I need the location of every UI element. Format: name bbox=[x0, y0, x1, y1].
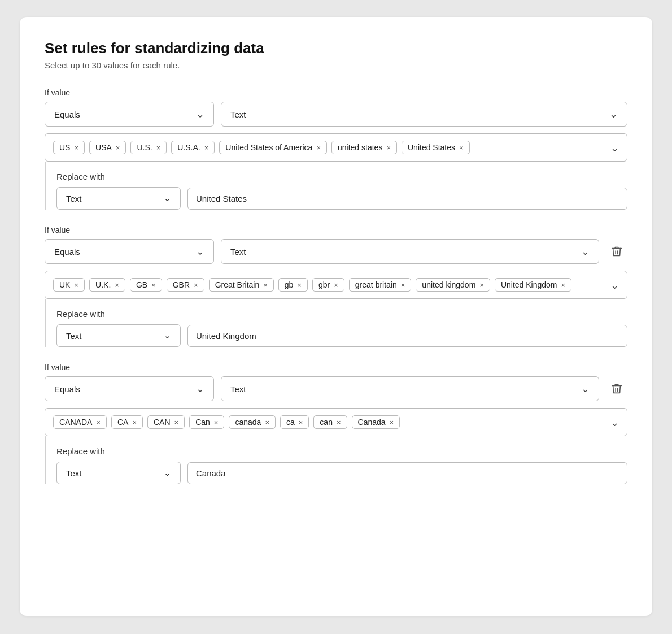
chevron-icon: ⌄ bbox=[164, 331, 171, 341]
chevron-icon: ⌄ bbox=[164, 468, 171, 478]
remove-tag-united-kingdom[interactable]: × bbox=[561, 281, 566, 289]
if-value-label-1: If value bbox=[45, 88, 627, 97]
tags-chevron-3[interactable]: ⌄ bbox=[610, 416, 619, 429]
remove-tag-gb-lower[interactable]: × bbox=[297, 281, 302, 289]
chevron-icon: ⌄ bbox=[196, 245, 204, 258]
remove-tag-uk[interactable]: × bbox=[74, 281, 78, 289]
rule-block-3: If value Equals ⌄ Text ⌄ bbox=[45, 363, 627, 484]
tag-uk-dot: U.K.× bbox=[89, 278, 125, 292]
replace-row-2: Text ⌄ bbox=[56, 324, 627, 347]
remove-tag-united-states-of-america[interactable]: × bbox=[316, 144, 321, 152]
condition-row-3: Equals ⌄ Text ⌄ bbox=[45, 376, 627, 401]
replace-with-label-3: Replace with bbox=[56, 446, 627, 456]
condition-select-2[interactable]: Equals ⌄ bbox=[45, 239, 214, 264]
chevron-icon: ⌄ bbox=[609, 108, 618, 120]
replace-section-3: Replace with Text ⌄ bbox=[45, 436, 627, 484]
replace-bar-3 bbox=[45, 436, 46, 484]
remove-tag-uk-dot[interactable]: × bbox=[115, 281, 119, 289]
tag-usa-dot: U.S.A.× bbox=[171, 141, 215, 154]
replace-with-label-1: Replace with bbox=[56, 172, 627, 181]
tag-us: US× bbox=[53, 141, 85, 154]
type-select-1[interactable]: Text ⌄ bbox=[221, 102, 627, 127]
tag-united-states: United States× bbox=[402, 141, 470, 154]
tag-great-britain-lower: great britain× bbox=[349, 278, 412, 292]
tag-gb-lower: gb× bbox=[278, 278, 308, 292]
replace-value-input-3[interactable] bbox=[187, 462, 627, 484]
chevron-icon: ⌄ bbox=[581, 383, 590, 395]
tag-united-states-of-america: United States of America× bbox=[219, 141, 327, 154]
if-value-label-2: If value bbox=[45, 225, 627, 235]
replace-content-3: Replace with Text ⌄ bbox=[56, 436, 627, 484]
tag-can-lower: can× bbox=[313, 415, 347, 429]
tag-great-britain: Great Britain× bbox=[209, 278, 274, 292]
remove-tag-gbr[interactable]: × bbox=[194, 281, 198, 289]
replace-content-2: Replace with Text ⌄ bbox=[56, 299, 627, 347]
tags-chevron-2[interactable]: ⌄ bbox=[610, 279, 619, 292]
tag-can-mixed: Can× bbox=[189, 415, 224, 429]
remove-tag-great-britain-lower[interactable]: × bbox=[401, 281, 405, 289]
replace-row-3: Text ⌄ bbox=[56, 462, 627, 484]
remove-tag-can-upper[interactable]: × bbox=[174, 418, 179, 427]
replace-row-1: Text ⌄ bbox=[56, 187, 627, 210]
page-subtitle: Select up to 30 values for each rule. bbox=[45, 60, 627, 70]
tags-chevron-1[interactable]: ⌄ bbox=[610, 142, 619, 154]
if-value-label-3: If value bbox=[45, 363, 627, 372]
type-select-3[interactable]: Text ⌄ bbox=[221, 376, 599, 401]
remove-tag-great-britain[interactable]: × bbox=[263, 281, 268, 289]
remove-tag-gb[interactable]: × bbox=[151, 281, 156, 289]
remove-tag-gbr-lower[interactable]: × bbox=[334, 281, 338, 289]
remove-tag-united-states-lower[interactable]: × bbox=[386, 144, 391, 152]
chevron-icon: ⌄ bbox=[196, 383, 204, 395]
tag-can-upper: CAN× bbox=[147, 415, 185, 429]
remove-tag-united-states[interactable]: × bbox=[459, 144, 464, 152]
tag-united-kingdom-lower: united kingdom× bbox=[416, 278, 490, 292]
replace-type-select-2[interactable]: Text ⌄ bbox=[56, 324, 181, 347]
delete-rule-2[interactable] bbox=[606, 242, 627, 261]
replace-value-input-2[interactable] bbox=[187, 325, 627, 347]
replace-content-1: Replace with Text ⌄ bbox=[56, 162, 627, 210]
replace-value-input-1[interactable] bbox=[187, 188, 627, 210]
chevron-icon: ⌄ bbox=[196, 108, 204, 120]
remove-tag-canada-upper[interactable]: × bbox=[96, 418, 101, 427]
replace-section-2: Replace with Text ⌄ bbox=[45, 299, 627, 347]
replace-bar-1 bbox=[45, 162, 46, 210]
type-select-2[interactable]: Text ⌄ bbox=[221, 239, 599, 264]
rule-block-1: If value Equals ⌄ Text ⌄ US× USA× U.S.× … bbox=[45, 88, 627, 210]
condition-row-1: Equals ⌄ Text ⌄ bbox=[45, 102, 627, 127]
tag-gb: GB× bbox=[130, 278, 162, 292]
tag-usa: USA× bbox=[89, 141, 126, 154]
tag-gbr-lower: gbr× bbox=[312, 278, 344, 292]
tags-box-2: UK× U.K.× GB× GBR× Great Britain× gb× gb… bbox=[45, 271, 627, 299]
remove-tag-canada-lower[interactable]: × bbox=[265, 418, 269, 427]
tags-box-3: CANADA× CA× CAN× Can× canada× ca× can× C… bbox=[45, 408, 627, 436]
delete-rule-3[interactable] bbox=[606, 379, 627, 398]
tag-canada-lower: canada× bbox=[229, 415, 276, 429]
replace-type-select-1[interactable]: Text ⌄ bbox=[56, 187, 181, 210]
remove-tag-united-kingdom-lower[interactable]: × bbox=[479, 281, 484, 289]
tag-uk: UK× bbox=[53, 278, 85, 292]
tag-ca-lower: ca× bbox=[280, 415, 309, 429]
chevron-icon: ⌄ bbox=[164, 193, 171, 203]
tag-ca: CA× bbox=[111, 415, 143, 429]
replace-with-label-2: Replace with bbox=[56, 309, 627, 319]
remove-tag-can-lower[interactable]: × bbox=[337, 418, 341, 427]
tag-united-kingdom: United Kingdom× bbox=[495, 278, 571, 292]
remove-tag-us-dot[interactable]: × bbox=[156, 144, 161, 152]
remove-tag-can-mixed[interactable]: × bbox=[214, 418, 219, 427]
remove-tag-ca-lower[interactable]: × bbox=[299, 418, 303, 427]
tag-gbr: GBR× bbox=[167, 278, 204, 292]
main-card: Set rules for standardizing data Select … bbox=[20, 17, 652, 616]
remove-tag-us[interactable]: × bbox=[74, 144, 78, 152]
remove-tag-ca[interactable]: × bbox=[132, 418, 137, 427]
condition-select-1[interactable]: Equals ⌄ bbox=[45, 102, 214, 127]
remove-tag-usa[interactable]: × bbox=[116, 144, 120, 152]
remove-tag-usa-dot[interactable]: × bbox=[204, 144, 209, 152]
replace-type-select-3[interactable]: Text ⌄ bbox=[56, 462, 181, 484]
condition-select-3[interactable]: Equals ⌄ bbox=[45, 376, 214, 401]
condition-row-2: Equals ⌄ Text ⌄ bbox=[45, 239, 627, 264]
tag-canada: Canada× bbox=[352, 415, 400, 429]
page-title: Set rules for standardizing data bbox=[45, 40, 627, 57]
remove-tag-canada[interactable]: × bbox=[390, 418, 394, 427]
tag-united-states-lower: united states× bbox=[331, 141, 397, 154]
replace-section-1: Replace with Text ⌄ bbox=[45, 162, 627, 210]
